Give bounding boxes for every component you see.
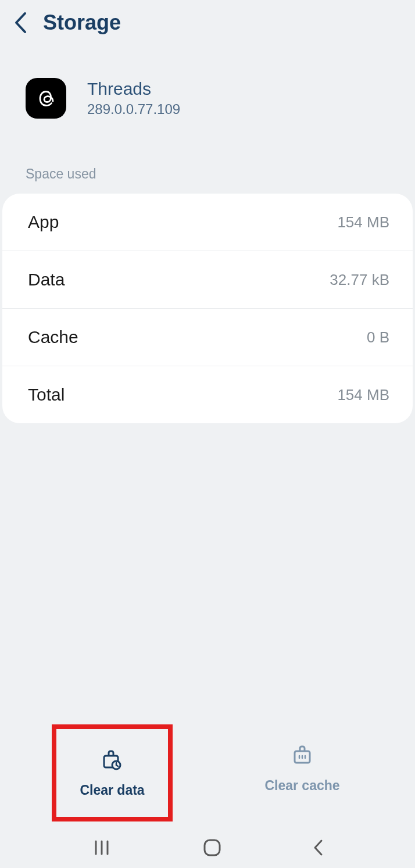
- nav-recents-icon[interactable]: [91, 839, 112, 856]
- nav-back-icon[interactable]: [312, 838, 324, 857]
- nav-home-icon[interactable]: [202, 838, 222, 858]
- header: Storage: [0, 0, 415, 45]
- section-label: Space used: [0, 142, 415, 194]
- storage-row-cache: Cache 0 B: [2, 309, 413, 366]
- clear-cache-label: Clear cache: [264, 778, 339, 794]
- bottom-actions: Clear data Clear cache: [0, 724, 415, 821]
- back-icon[interactable]: [14, 12, 27, 34]
- clear-data-button[interactable]: Clear data: [52, 724, 172, 821]
- clear-cache-icon: [291, 743, 314, 769]
- storage-row-app: App 154 MB: [2, 194, 413, 251]
- page-title: Storage: [43, 10, 121, 35]
- storage-label: Data: [28, 270, 65, 290]
- nav-bar: [0, 827, 415, 868]
- storage-value: 32.77 kB: [330, 271, 389, 289]
- storage-list: App 154 MB Data 32.77 kB Cache 0 B Total…: [2, 194, 413, 423]
- storage-row-data: Data 32.77 kB: [2, 251, 413, 309]
- clear-data-label: Clear data: [80, 783, 144, 798]
- clear-data-icon: [101, 748, 124, 773]
- storage-label: Cache: [28, 327, 78, 347]
- storage-value: 154 MB: [337, 213, 389, 231]
- storage-row-total: Total 154 MB: [2, 366, 413, 423]
- storage-value: 0 B: [367, 328, 389, 347]
- storage-label: Total: [28, 385, 65, 405]
- storage-value: 154 MB: [337, 386, 389, 404]
- app-version: 289.0.0.77.109: [87, 101, 180, 117]
- threads-app-icon: [26, 78, 66, 119]
- app-info: Threads 289.0.0.77.109: [0, 45, 415, 142]
- svg-rect-6: [205, 840, 220, 855]
- storage-label: App: [28, 212, 59, 232]
- clear-cache-button[interactable]: Clear cache: [241, 724, 363, 821]
- app-name: Threads: [87, 79, 180, 99]
- app-details: Threads 289.0.0.77.109: [87, 79, 180, 117]
